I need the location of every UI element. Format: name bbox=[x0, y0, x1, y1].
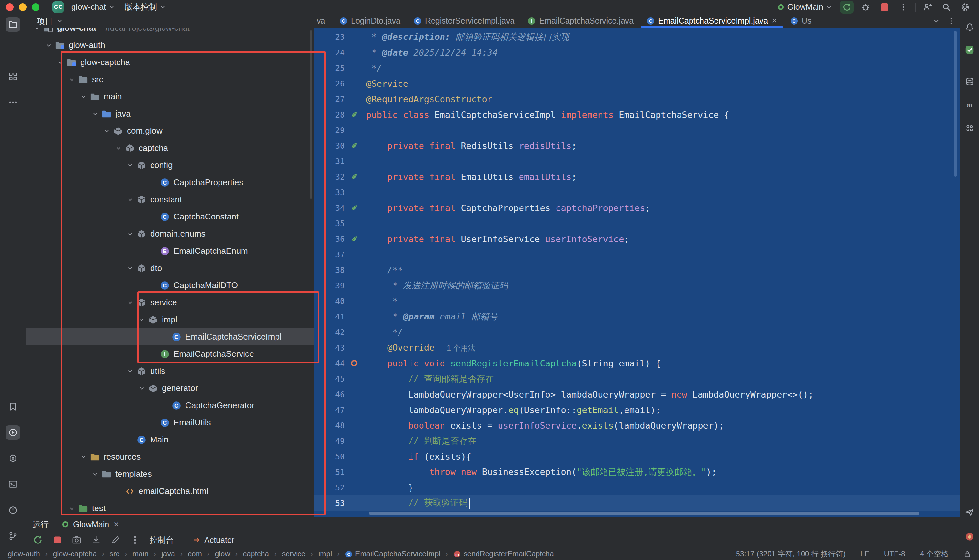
tree-expand-chevron-icon[interactable] bbox=[67, 77, 77, 83]
console-tab[interactable]: 控制台 bbox=[150, 535, 174, 545]
tree-scrollbar[interactable] bbox=[310, 30, 312, 199]
tree-expand-chevron-icon[interactable] bbox=[79, 93, 88, 100]
more-actions-icon[interactable] bbox=[130, 535, 140, 545]
search-everywhere-button[interactable] bbox=[939, 1, 953, 13]
code-line-34[interactable]: 34 private final CaptchaProperties captc… bbox=[314, 200, 960, 216]
close-window-button[interactable] bbox=[6, 3, 13, 11]
tree-expand-chevron-icon[interactable] bbox=[91, 471, 100, 477]
git-tool-icon[interactable] bbox=[5, 529, 20, 543]
code-editor[interactable]: 23 * @description: 邮箱验证码相关逻辑接口实现24 * @da… bbox=[314, 28, 960, 517]
breadcrumb-item[interactable]: captcha bbox=[243, 550, 269, 558]
tree-item-resources[interactable]: resources bbox=[26, 448, 314, 465]
problems-tool-icon[interactable] bbox=[5, 503, 20, 517]
spring-bean-gutter-icon[interactable] bbox=[347, 173, 362, 181]
editor-horizontal-scrollbar[interactable] bbox=[369, 512, 919, 515]
debug-button[interactable] bbox=[859, 1, 872, 13]
more-tools-icon[interactable] bbox=[5, 95, 20, 109]
line-separator-widget[interactable]: LF bbox=[861, 550, 869, 558]
run-tool-icon[interactable] bbox=[5, 425, 20, 440]
tree-item-emailcaptchaservice[interactable]: IEmailCaptchaService bbox=[26, 345, 314, 363]
database-tool-icon[interactable] bbox=[962, 75, 977, 89]
vcs-menu[interactable]: 版本控制 bbox=[122, 0, 168, 13]
tree-item-java[interactable]: java bbox=[26, 105, 314, 122]
tab-options-icon[interactable] bbox=[947, 17, 955, 25]
code-line-39[interactable]: 39 * 发送注册时候的邮箱验证码 bbox=[314, 278, 960, 293]
code-line-50[interactable]: 50 if (exists){ bbox=[314, 448, 960, 464]
indent-widget[interactable]: 4 个空格 bbox=[920, 549, 949, 559]
tree-item-glow-captcha[interactable]: glow-captcha bbox=[26, 54, 314, 71]
tree-item-generator[interactable]: generator bbox=[26, 380, 314, 397]
editor-tab-registerserviceimpl-java[interactable]: CRegisterServiceImpl.java bbox=[407, 14, 521, 28]
edit-configuration-button[interactable] bbox=[111, 535, 120, 545]
code-line-45[interactable]: 45 // 查询邮箱是否存在 bbox=[314, 371, 960, 387]
code-line-25[interactable]: 25 */ bbox=[314, 60, 960, 76]
settings-button[interactable] bbox=[958, 1, 972, 13]
editor-tab-va[interactable]: va bbox=[314, 14, 333, 28]
code-line-32[interactable]: 32 private final EmailUtils emailUtils; bbox=[314, 169, 960, 185]
stop-button[interactable] bbox=[52, 535, 62, 545]
tree-item-com-glow[interactable]: com.glow bbox=[26, 122, 314, 140]
code-line-49[interactable]: 49 // 判断是否存在 bbox=[314, 433, 960, 448]
run-dashboard-icon[interactable] bbox=[962, 505, 977, 519]
code-line-44[interactable]: 44 public void sendRegisterEmailCaptcha(… bbox=[314, 355, 960, 371]
tree-item-captchagenerator[interactable]: CCaptchaGenerator bbox=[26, 397, 314, 414]
stop-button[interactable] bbox=[878, 1, 891, 13]
tree-item-impl[interactable]: impl bbox=[26, 311, 314, 328]
editor-tab-emailcaptchaservice-java[interactable]: IEmailCaptchaService.java bbox=[521, 14, 640, 28]
readonly-lock-icon[interactable] bbox=[964, 550, 971, 558]
tab-close-icon[interactable]: × bbox=[772, 17, 777, 25]
code-line-47[interactable]: 47 lambdaQueryWrapper.eq(UserInfo::getEm… bbox=[314, 402, 960, 418]
breadcrumb-item[interactable]: main bbox=[132, 550, 148, 558]
breadcrumb-item[interactable]: glow-captcha bbox=[53, 550, 97, 558]
code-line-37[interactable]: 37 bbox=[314, 247, 960, 262]
rerun-button[interactable] bbox=[33, 535, 43, 545]
tree-item-domain-enums[interactable]: domain.enums bbox=[26, 225, 314, 242]
tree-expand-chevron-icon[interactable] bbox=[32, 28, 42, 32]
code-line-48[interactable]: 48 boolean exists = userInfoService.exis… bbox=[314, 418, 960, 433]
code-line-51[interactable]: 51 throw new BusinessException("该邮箱已被注册,… bbox=[314, 464, 960, 480]
tree-item-test[interactable]: test bbox=[26, 500, 314, 517]
tree-item-emailcaptchaserviceimpl[interactable]: CEmailCaptchaServiceImpl bbox=[26, 328, 314, 345]
profiler-tool-icon[interactable] bbox=[962, 530, 977, 544]
tree-expand-chevron-icon[interactable] bbox=[137, 317, 146, 323]
actuator-tab[interactable]: Actuator bbox=[193, 535, 234, 545]
maven-tool-icon[interactable]: m bbox=[962, 98, 977, 112]
code-line-41[interactable]: 41 * @param email 邮箱号 bbox=[314, 309, 960, 324]
hidden-tabs-chevron-icon[interactable] bbox=[932, 17, 940, 25]
tree-expand-chevron-icon[interactable] bbox=[126, 197, 135, 203]
tree-item-glow-chat[interactable]: glow-chat~/IdeaProjects/glow-chat bbox=[26, 28, 314, 37]
code-line-27[interactable]: 27@RequiredArgsConstructor bbox=[314, 91, 960, 107]
breadcrumb-item[interactable]: service bbox=[282, 550, 305, 558]
code-line-42[interactable]: 42 */ bbox=[314, 324, 960, 340]
editor-tab-emailcaptchaserviceimpl-java[interactable]: CEmailCaptchaServiceImpl.java× bbox=[640, 14, 784, 28]
tree-item-templates[interactable]: templates bbox=[26, 465, 314, 483]
code-with-me-button[interactable] bbox=[921, 1, 934, 13]
close-icon[interactable]: × bbox=[113, 520, 119, 529]
notifications-icon[interactable] bbox=[962, 20, 977, 34]
code-line-36[interactable]: 36 private final UserInfoService userInf… bbox=[314, 231, 960, 247]
code-line-46[interactable]: 46 LambdaQueryWrapper<UserInfo> lambdaQu… bbox=[314, 387, 960, 402]
breadcrumb-item[interactable]: msendRegisterEmailCaptcha bbox=[453, 550, 554, 558]
tree-expand-chevron-icon[interactable] bbox=[67, 505, 77, 512]
breadcrumb-item[interactable]: java bbox=[161, 550, 175, 558]
editor-vertical-scrollbar[interactable] bbox=[954, 31, 957, 177]
code-line-26[interactable]: 26@Service bbox=[314, 76, 960, 91]
code-line-53[interactable]: 53 // 获取验证码 bbox=[314, 495, 960, 511]
run-button[interactable] bbox=[840, 1, 854, 13]
tree-item-utils[interactable]: utils bbox=[26, 363, 314, 380]
tree-item-captchamaildto[interactable]: CCaptchaMailDTO bbox=[26, 277, 314, 294]
spring-bean-gutter-icon[interactable] bbox=[347, 203, 362, 212]
project-tool-icon[interactable] bbox=[5, 17, 20, 32]
editor-tab-logindto-java[interactable]: CLoginDto.java bbox=[333, 14, 407, 28]
code-line-31[interactable]: 31 bbox=[314, 153, 960, 169]
tree-expand-chevron-icon[interactable] bbox=[91, 111, 100, 117]
inspections-status-icon[interactable] bbox=[962, 43, 977, 57]
tree-expand-chevron-icon[interactable] bbox=[126, 162, 135, 168]
tree-expand-chevron-icon[interactable] bbox=[102, 128, 112, 134]
tree-expand-chevron-icon[interactable] bbox=[126, 231, 135, 237]
breadcrumb-item[interactable]: glow-auth bbox=[8, 550, 40, 558]
terminal-tool-icon[interactable] bbox=[5, 477, 20, 492]
tree-expand-chevron-icon[interactable] bbox=[126, 368, 135, 375]
breadcrumb-item[interactable]: com bbox=[188, 550, 202, 558]
tree-item-captchaconstant[interactable]: CCaptchaConstant bbox=[26, 208, 314, 225]
